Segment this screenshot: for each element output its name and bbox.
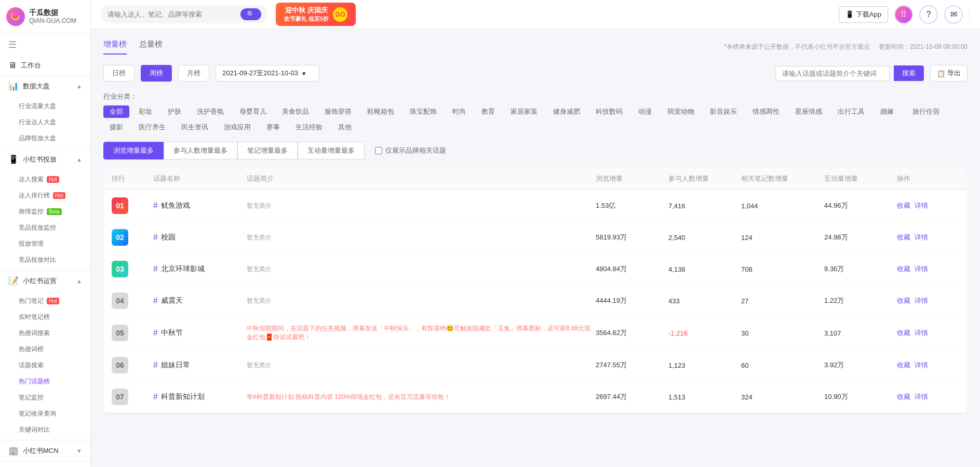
industry-tag-wash[interactable]: 洗护香氛 [191, 105, 230, 118]
collect-link[interactable]: 收藏 [897, 233, 910, 242]
sidebar-item-mcn[interactable]: 🏢 小红书MCN ▼ [0, 441, 90, 461]
sidebar-item-hot-topic-rank[interactable]: 热门话题榜 [0, 373, 90, 390]
detail-link[interactable]: 详情 [915, 328, 928, 338]
industry-tag-emotion[interactable]: 情感两性 [746, 105, 786, 118]
industry-tag-anime[interactable]: 动漫 [632, 105, 658, 118]
industry-tag-life[interactable]: 生活经验 [289, 121, 329, 134]
sort-tab-interactions[interactable]: 互动量增量最多 [298, 142, 365, 159]
industry-tag-game[interactable]: 游戏应用 [218, 121, 257, 134]
industry-tag-all[interactable]: 全部 [103, 105, 129, 118]
sidebar-item-industry-traffic[interactable]: 行业流量大盘 [0, 98, 90, 114]
promo-go-badge: GO [333, 7, 347, 22]
industry-tag-food[interactable]: 美食饮品 [276, 105, 315, 118]
sidebar-item-realtime-notes[interactable]: 实时笔记榜 [0, 309, 90, 325]
sort-tab-participants[interactable]: 参与人数增量最多 [164, 142, 237, 159]
industry-tag-entertainment[interactable]: 影音娱乐 [704, 105, 743, 118]
detail-link[interactable]: 详情 [915, 361, 928, 370]
industry-tag-baby[interactable]: 母婴育儿 [233, 105, 273, 118]
sidebar-item-note-record[interactable]: 笔记收录查询 [0, 406, 90, 422]
collect-link[interactable]: 收藏 [897, 392, 910, 402]
industry-tag-sports[interactable]: 赛事 [260, 121, 286, 134]
help-icon[interactable]: ? [919, 5, 938, 24]
sidebar-item-industry-influencer[interactable]: 行业达人大盘 [0, 114, 90, 130]
detail-link[interactable]: 详情 [915, 264, 928, 274]
topic-name-cell: # 中秋节 [153, 328, 247, 338]
sidebar-item-hot-notes[interactable]: 热门笔记Hot [0, 293, 90, 309]
industry-tag-fitness[interactable]: 健身减肥 [547, 105, 586, 118]
sidebar-item-competitor-compare[interactable]: 竞品投放对比 [0, 252, 90, 268]
industry-tag-trend[interactable]: 时尚 [446, 105, 472, 118]
industry-tag-tech[interactable]: 科技数码 [589, 105, 629, 118]
industry-tag-constellation[interactable]: 星座情感 [789, 105, 828, 118]
sort-tab-views[interactable]: 浏览增量最多 [103, 142, 164, 159]
date-picker[interactable]: 2021-09-27至2021-10-03 ▾ [216, 65, 319, 82]
sidebar-item-hot-search[interactable]: 热搜词搜索 [0, 325, 90, 341]
col-desc: 话题简介 [247, 174, 596, 183]
tab-increment[interactable]: 增量榜 [103, 39, 127, 55]
menu-toggle[interactable]: ☰ [0, 34, 90, 56]
topic-search-input[interactable] [775, 66, 890, 81]
collect-link[interactable]: 收藏 [897, 264, 910, 274]
action-links: 收藏 详情 [897, 201, 959, 210]
sidebar-item-ad-manage[interactable]: 投放管理 [0, 236, 90, 252]
industry-tag-shoes[interactable]: 鞋靴箱包 [361, 105, 400, 118]
topic-search-button[interactable]: 搜索 [894, 65, 924, 81]
detail-link[interactable]: 详情 [915, 201, 928, 210]
sidebar-item-influencer-search[interactable]: 达人搜索Hot [0, 171, 90, 188]
brand-topic-checkbox[interactable] [375, 147, 382, 154]
filter-daily[interactable]: 日榜 [103, 65, 135, 82]
brand-topic-checkbox-label[interactable]: 仅展示品牌相关话题 [375, 146, 446, 155]
sidebar-item-note-monitor[interactable]: 笔记监控 [0, 390, 90, 406]
collect-link[interactable]: 收藏 [897, 328, 910, 338]
industry-tag-pets[interactable]: 萌宠动物 [661, 105, 701, 118]
search-input[interactable] [108, 10, 236, 18]
industry-tag-wedding[interactable]: 婚嫁 [874, 105, 900, 118]
sidebar-item-sentiment[interactable]: 舆情监控Beta [0, 204, 90, 220]
detail-link[interactable]: 详情 [915, 296, 928, 305]
action-links: 收藏 详情 [897, 296, 959, 305]
rank-badge: 02 [112, 229, 128, 246]
sidebar-item-brand-ad[interactable]: 品牌投放大盘 [0, 130, 90, 146]
rank-badge: 01 [112, 197, 128, 214]
sidebar-item-hot-search-rank[interactable]: 热搜词榜 [0, 341, 90, 357]
industry-tag-makeup[interactable]: 彩妆 [132, 105, 158, 118]
industry-tag-home[interactable]: 家居家装 [504, 105, 544, 118]
sidebar-item-topic-search[interactable]: 话题搜索 [0, 357, 90, 373]
industry-tag-travel[interactable]: 旅行住宿 [906, 105, 946, 118]
promo-banner[interactable]: 迎中秋 庆国庆 欢节豪礼 低至5折 GO [276, 3, 356, 26]
industry-tag-transport[interactable]: 出行工具 [831, 105, 871, 118]
sidebar-item-xhs-ad[interactable]: 📱 小红书投放 ▲ [0, 149, 90, 169]
industry-tag-civil[interactable]: 民生资讯 [175, 121, 214, 134]
industry-tag-skincare[interactable]: 护肤 [162, 105, 187, 118]
collect-link[interactable]: 收藏 [897, 296, 910, 305]
industry-tag-fashion[interactable]: 服饰穿搭 [318, 105, 358, 118]
industry-tag-other[interactable]: 其他 [332, 121, 358, 134]
filter-monthly[interactable]: 月榜 [178, 65, 209, 82]
collect-link[interactable]: 收藏 [897, 201, 910, 210]
topic-name-cell: # 鱿鱼游戏 [153, 201, 247, 210]
topic-name-cell: # 威震天 [153, 296, 247, 305]
search-button[interactable]: 🔍 [240, 8, 261, 20]
message-icon[interactable]: ✉ [944, 5, 963, 24]
sidebar-item-data-dashboard[interactable]: 📊 数据大盘 ▲ [0, 76, 90, 96]
download-app-button[interactable]: 📱 下载App [839, 6, 888, 23]
sidebar-item-workbench[interactable]: 🖥 工作台 [0, 56, 90, 75]
industry-tag-photo[interactable]: 摄影 [103, 121, 129, 134]
sidebar-item-xhs-ops[interactable]: 📝 小红书运营 ▲ [0, 271, 90, 291]
sort-tab-notes[interactable]: 笔记增量最多 [237, 142, 298, 159]
views-cell: 1.53亿 [596, 201, 668, 210]
sidebar-item-influencer-rank[interactable]: 达人排行榜Hot [0, 188, 90, 204]
tab-total[interactable]: 总量榜 [139, 39, 163, 55]
export-button[interactable]: 📋 导出 [930, 65, 968, 82]
industry-tag-medical[interactable]: 医疗养生 [132, 121, 172, 134]
collect-link[interactable]: 收藏 [897, 361, 910, 370]
industry-tag-edu[interactable]: 教育 [475, 105, 501, 118]
apps-icon[interactable]: ⠿ [894, 5, 913, 24]
sidebar-item-competitor-monitor[interactable]: 竞品投放监控 [0, 220, 90, 236]
filter-weekly[interactable]: 周榜 [141, 65, 172, 82]
detail-link[interactable]: 详情 [915, 392, 928, 402]
industry-tag-jewelry[interactable]: 珠宝配饰 [404, 105, 443, 118]
sidebar-item-keyword-compare[interactable]: 关键词对比 [0, 422, 90, 438]
detail-link[interactable]: 详情 [915, 233, 928, 242]
sidebar-item-live[interactable]: 🎥 小红书直播 ▼ [0, 461, 90, 467]
